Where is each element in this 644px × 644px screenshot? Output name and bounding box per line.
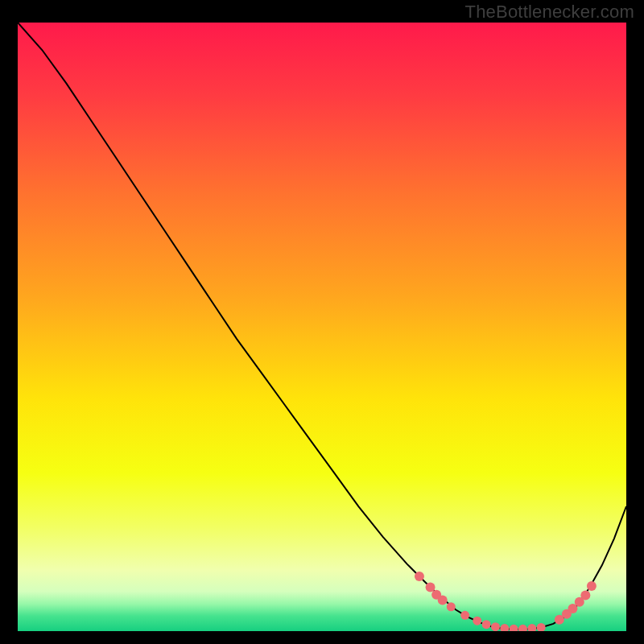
curve-marker <box>473 617 481 625</box>
attribution-text: TheBottlenecker.com <box>465 2 634 23</box>
curve-marker <box>415 572 424 581</box>
curve-marker <box>482 620 491 629</box>
chart-container: TheBottlenecker.com <box>0 0 644 644</box>
curve-marker <box>460 611 469 620</box>
curve-marker <box>587 581 597 591</box>
curve-marker <box>447 602 456 611</box>
curve-marker <box>491 622 500 631</box>
curve-marker <box>580 590 590 600</box>
curve-marker <box>438 595 448 605</box>
gradient-background <box>18 23 626 631</box>
chart-plot <box>18 23 626 631</box>
